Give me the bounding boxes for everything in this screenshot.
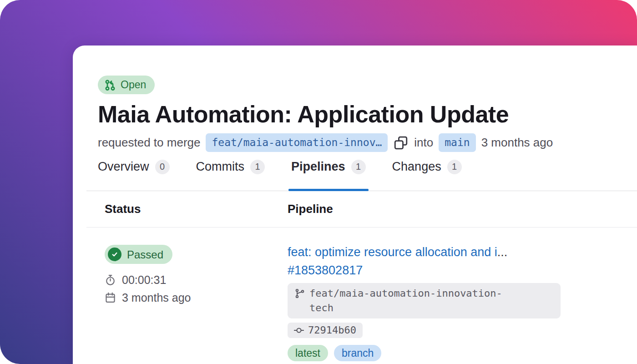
tab-pipelines-count: 1: [351, 160, 366, 174]
target-branch-link[interactable]: main: [439, 133, 475, 152]
pipeline-duration-value: 00:00:31: [122, 273, 166, 287]
pipeline-title-ellipsis: ...: [497, 245, 508, 259]
pipeline-label-badges: latest branch: [288, 345, 637, 361]
pipeline-id-link[interactable]: #1853802817: [288, 263, 637, 278]
pipeline-status-cell: Passed 00:00:31: [105, 245, 288, 361]
tab-overview[interactable]: Overview 0: [98, 159, 170, 191]
latest-badge[interactable]: latest: [288, 345, 328, 361]
pipeline-title-text: feat: optimize resource allocation and i: [288, 245, 497, 259]
into-text: into: [414, 136, 433, 150]
tab-commits[interactable]: Commits 1: [196, 159, 265, 191]
copy-icon: [394, 136, 408, 150]
tab-commits-label: Commits: [196, 159, 245, 174]
tab-changes-count: 1: [447, 160, 462, 174]
merge-request-card: Open Maia Automation: Application Update…: [73, 46, 637, 364]
copy-branch-name-button[interactable]: [394, 136, 408, 150]
created-time-ago: 3 months ago: [481, 136, 553, 150]
pipeline-ref-name: feat/maia-automation-innovation-tech: [309, 286, 506, 315]
pipeline-duration: 00:00:31: [105, 273, 288, 287]
pipeline-finished-time: 3 months ago: [105, 291, 288, 304]
column-header-pipeline: Pipeline: [288, 202, 637, 227]
tab-pipelines[interactable]: Pipelines 1: [291, 159, 366, 191]
branch-badge[interactable]: branch: [334, 345, 381, 361]
pipeline-status-label: Passed: [127, 248, 163, 261]
merge-request-icon: [104, 79, 116, 91]
mr-state-label: Open: [121, 79, 146, 91]
calendar-icon: [105, 292, 116, 303]
pipeline-ref-link[interactable]: feat/maia-automation-innovation-tech: [288, 283, 561, 318]
tab-changes[interactable]: Changes 1: [392, 159, 462, 191]
pipelines-table-header: Status Pipeline: [86, 191, 637, 228]
merge-request-header: Open Maia Automation: Application Update…: [73, 76, 637, 152]
pipeline-status-badge[interactable]: Passed: [105, 245, 172, 264]
pipelines-table: Status Pipeline Passed: [86, 191, 637, 361]
pipeline-finished-ago: 3 months ago: [122, 291, 191, 304]
column-header-status: Status: [105, 202, 288, 227]
tab-overview-label: Overview: [98, 159, 149, 174]
page-title: Maia Automation: Application Update: [98, 101, 637, 128]
pipeline-info-cell: feat: optimize resource allocation and i…: [288, 245, 637, 361]
requested-to-merge-text: requested to merge: [98, 136, 200, 150]
tab-pipelines-label: Pipelines: [291, 159, 345, 174]
check-circle-icon: [108, 248, 121, 261]
commit-icon: [294, 325, 304, 335]
tab-commits-count: 1: [250, 160, 265, 174]
tab-changes-label: Changes: [392, 159, 441, 174]
source-branch-link[interactable]: feat/maia-automation-innov…: [206, 133, 388, 152]
commit-sha-value: 72914b60: [308, 324, 356, 337]
pipeline-row: Passed 00:00:31: [86, 228, 637, 361]
branch-icon: [295, 288, 305, 298]
commit-sha-link[interactable]: 72914b60: [288, 323, 363, 338]
timer-icon: [105, 274, 116, 286]
tab-overview-count: 0: [155, 160, 170, 174]
mr-state-badge: Open: [98, 76, 155, 94]
mr-tabs: Overview 0 Commits 1 Pipelines 1 Changes…: [86, 159, 637, 191]
merge-request-subtitle: requested to merge feat/maia-automation-…: [98, 133, 637, 152]
pipeline-title-link[interactable]: feat: optimize resource allocation and i…: [288, 245, 637, 259]
